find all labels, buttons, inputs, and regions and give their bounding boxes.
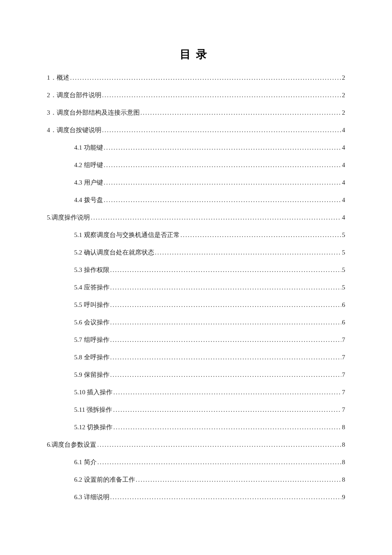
toc-entry-page: 5 [342,267,346,273]
toc-entry-page: 7 [342,389,346,396]
toc-leader-dots [91,214,341,221]
toc-leader-dots [113,424,341,431]
toc-leader-dots [110,354,341,361]
toc-entry[interactable]: 5.10 插入操作7 [47,389,345,396]
toc-leader-dots [110,337,341,343]
toc-entry-label: 6.调度台参数设置 [47,442,96,448]
toc-entry[interactable]: 4.3 用户键4 [47,179,345,186]
toc-entry-label: 5.7 组呼操作 [74,337,110,343]
toc-entry[interactable]: 1．概述2 [47,75,345,81]
toc-leader-dots [102,127,341,133]
toc-leader-dots [70,75,341,81]
toc-entry-label: 5.6 会议操作 [74,319,110,326]
toc-entry[interactable]: 3．调度台外部结构及连接示意图2 [47,110,345,116]
toc-entry-label: 6.3 详细说明 [74,494,110,500]
toc-entry[interactable]: 6.3 详细说明9 [47,494,345,500]
toc-entry-page: 4 [342,197,346,203]
toc-entry-label: 5.10 插入操作 [74,389,112,396]
toc-entry-label: 1．概述 [47,75,69,81]
toc-leader-dots [110,372,341,378]
toc-entry-label: 6.1 简介 [74,459,97,465]
toc-leader-dots [113,407,341,413]
toc-leader-dots [104,197,341,203]
toc-entry-page: 8 [342,442,346,448]
toc-entry-label: 4．调度台按键说明 [47,127,101,133]
toc-entry[interactable]: 2．调度台部件说明2 [47,92,345,98]
toc-entry[interactable]: 4.4 拨号盘4 [47,197,345,203]
toc-leader-dots [155,249,341,256]
toc-leader-dots [97,442,341,448]
document-page: 目录 1．概述22．调度台部件说明23．调度台外部结构及连接示意图24．调度台按… [0,0,392,500]
toc-leader-dots [110,302,341,308]
toc-leader-dots [136,477,341,483]
toc-entry-page: 7 [342,354,346,361]
toc-entry-label: 5.8 全呼操作 [74,354,110,361]
toc-entry-label: 5.3 操作权限 [74,267,110,273]
toc-entry[interactable]: 6.1 简介8 [47,459,345,465]
toc-entry-page: 7 [342,407,346,413]
toc-entry-page: 8 [342,459,346,465]
toc-entry-label: 4.3 用户键 [74,179,103,186]
toc-leader-dots [110,267,341,273]
toc-entry-label: 6.2 设置前的准备工作 [74,477,135,483]
toc-entry-page: 8 [342,477,346,483]
toc-leader-dots [110,494,341,500]
toc-entry-page: 6 [342,319,346,326]
toc-entry-page: 6 [342,302,346,308]
toc-entry-label: 4.2 组呼键 [74,162,103,168]
toc-entry-page: 2 [342,92,346,98]
toc-leader-dots [104,179,341,186]
toc-entry[interactable]: 5.7 组呼操作7 [47,337,345,343]
toc-leader-dots [104,145,341,151]
toc-leader-dots [113,389,341,396]
toc-entry[interactable]: 5.2 确认调度台处在就席状态5 [47,249,345,256]
toc-entry-page: 4 [342,162,346,168]
toc-entry[interactable]: 5.1 观察调度台与交换机通信是否正常5 [47,232,345,238]
toc-entry-label: 3．调度台外部结构及连接示意图 [47,110,140,116]
toc-entry-label: 5.1 观察调度台与交换机通信是否正常 [74,232,180,238]
toc-entry-page: 4 [342,214,346,221]
toc-title: 目录 [47,47,345,62]
toc-leader-dots [98,459,341,465]
toc-entry-page: 7 [342,337,346,343]
toc-entry-label: 4.4 拨号盘 [74,197,103,203]
toc-leader-dots [141,110,341,116]
toc-entry-page: 4 [342,179,346,186]
toc-entry-label: 5.9 保留操作 [74,372,110,378]
toc-list: 1．概述22．调度台部件说明23．调度台外部结构及连接示意图24．调度台按键说明… [47,75,345,500]
toc-entry-label: 5.4 应答操作 [74,284,110,291]
toc-entry[interactable]: 5.3 操作权限5 [47,267,345,273]
toc-entry-page: 4 [342,127,346,133]
toc-entry-page: 5 [342,249,346,256]
toc-entry-page: 8 [342,424,346,431]
toc-entry[interactable]: 4．调度台按键说明4 [47,127,345,133]
toc-leader-dots [181,232,341,238]
toc-entry[interactable]: 5.6 会议操作6 [47,319,345,326]
toc-entry[interactable]: 4.1 功能键4 [47,145,345,151]
toc-entry-page: 2 [342,75,346,81]
toc-entry[interactable]: 5.5 呼叫操作6 [47,302,345,308]
toc-entry-label: 5.11 强拆操作 [74,407,112,413]
toc-entry[interactable]: 6.调度台参数设置8 [47,442,345,448]
toc-entry-label: 4.1 功能键 [74,145,103,151]
toc-entry[interactable]: 4.2 组呼键4 [47,162,345,168]
toc-entry[interactable]: 5.12 切换操作8 [47,424,345,431]
toc-entry-page: 7 [342,372,346,378]
toc-leader-dots [102,92,341,98]
toc-entry[interactable]: 5.9 保留操作7 [47,372,345,378]
toc-leader-dots [110,319,341,326]
toc-entry-label: 5.12 切换操作 [74,424,112,431]
toc-entry[interactable]: 5.11 强拆操作7 [47,407,345,413]
toc-entry[interactable]: 5.4 应答操作5 [47,284,345,291]
toc-entry-label: 5.2 确认调度台处在就席状态 [74,249,154,256]
toc-entry[interactable]: 5.8 全呼操作7 [47,354,345,361]
toc-leader-dots [104,162,341,168]
toc-entry-page: 2 [342,110,346,116]
toc-entry[interactable]: 5.调度操作说明4 [47,214,345,221]
toc-leader-dots [110,284,341,291]
toc-entry-page: 5 [342,232,346,238]
toc-entry[interactable]: 6.2 设置前的准备工作8 [47,477,345,483]
toc-entry-page: 9 [342,494,346,500]
toc-entry-label: 5.调度操作说明 [47,214,90,221]
toc-entry-page: 4 [342,145,346,151]
